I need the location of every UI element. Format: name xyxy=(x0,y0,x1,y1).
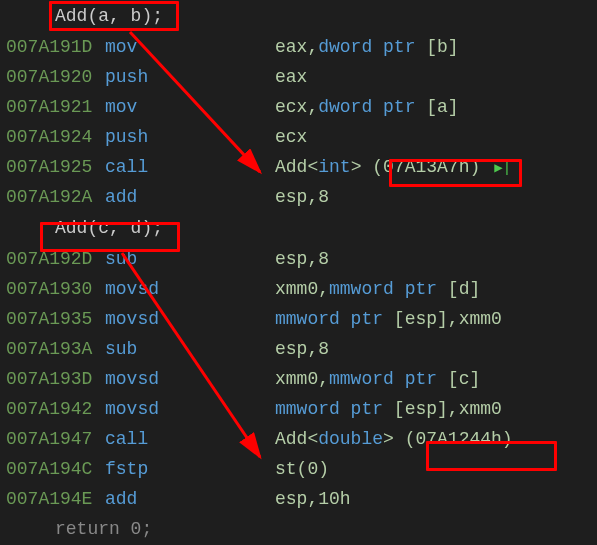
operands: Add<int> (07A13A7h)▶| xyxy=(275,157,597,177)
asm-line[interactable]: 007A1924pushecx xyxy=(0,122,597,152)
return-text: return 0; xyxy=(55,519,152,539)
source-line-add-ab: Add(a, b); xyxy=(0,0,597,32)
source-line-add-cd-text: Add(c, d); xyxy=(55,218,163,238)
mnemonic: call xyxy=(105,157,275,177)
asm-line[interactable]: 007A1930movsdxmm0,mmword ptr [d] xyxy=(0,274,597,304)
operands: eax xyxy=(275,67,597,87)
address: 007A1947 xyxy=(0,429,105,449)
mnemonic: call xyxy=(105,429,275,449)
operand-pre: esp,10h xyxy=(275,489,351,509)
address: 007A193A xyxy=(0,339,105,359)
mnemonic: movsd xyxy=(105,369,275,389)
operands: mmword ptr [esp],xmm0 xyxy=(275,399,597,419)
operands: xmm0,mmword ptr [c] xyxy=(275,369,597,389)
asm-line[interactable]: 007A192Dsubesp,8 xyxy=(0,244,597,274)
address: 007A194C xyxy=(0,459,105,479)
operand-post: > (07A13A7h) xyxy=(351,157,481,177)
mnemonic: movsd xyxy=(105,279,275,299)
operands: eax,dword ptr [b] xyxy=(275,37,597,57)
mnemonic: fstp xyxy=(105,459,275,479)
mnemonic: add xyxy=(105,489,275,509)
mnemonic: movsd xyxy=(105,399,275,419)
address: 007A194E xyxy=(0,489,105,509)
address: 007A191D xyxy=(0,37,105,57)
operand-keyword: dword ptr xyxy=(318,97,426,117)
operands: esp,10h xyxy=(275,489,597,509)
address: 007A192D xyxy=(0,249,105,269)
asm-line[interactable]: 007A194Cfstpst(0) xyxy=(0,454,597,484)
operand-keyword: int xyxy=(318,157,350,177)
operand-post: [esp],xmm0 xyxy=(394,399,502,419)
asm-line[interactable]: 007A1925callAdd<int> (07A13A7h)▶| xyxy=(0,152,597,182)
address: 007A1920 xyxy=(0,67,105,87)
operand-pre: esp,8 xyxy=(275,249,329,269)
operand-pre: esp,8 xyxy=(275,339,329,359)
address: 007A1924 xyxy=(0,127,105,147)
operands: esp,8 xyxy=(275,187,597,207)
address: 007A1921 xyxy=(0,97,105,117)
execution-pointer-icon: ▶| xyxy=(494,159,511,176)
operand-pre: xmm0, xyxy=(275,369,329,389)
mnemonic: sub xyxy=(105,339,275,359)
operand-post: [a] xyxy=(426,97,458,117)
operand-keyword: double xyxy=(318,429,383,449)
source-line-add-ab-text: Add(a, b); xyxy=(55,6,163,26)
operand-pre: esp,8 xyxy=(275,187,329,207)
operand-pre: eax xyxy=(275,67,307,87)
operands: st(0) xyxy=(275,459,597,479)
operand-post: [c] xyxy=(448,369,480,389)
operands: esp,8 xyxy=(275,249,597,269)
operand-pre: eax, xyxy=(275,37,318,57)
operands: ecx xyxy=(275,127,597,147)
operands: xmm0,mmword ptr [d] xyxy=(275,279,597,299)
operand-keyword: mmword ptr xyxy=(275,399,394,419)
operand-post: [esp],xmm0 xyxy=(394,309,502,329)
asm-line[interactable]: 007A192Aaddesp,8 xyxy=(0,182,597,212)
address: 007A193D xyxy=(0,369,105,389)
operand-pre: st(0) xyxy=(275,459,329,479)
mnemonic: sub xyxy=(105,249,275,269)
mnemonic: add xyxy=(105,187,275,207)
operand-pre: ecx, xyxy=(275,97,318,117)
operand-pre: xmm0, xyxy=(275,279,329,299)
asm-line[interactable]: 007A193Asubesp,8 xyxy=(0,334,597,364)
address: 007A192A xyxy=(0,187,105,207)
mnemonic: push xyxy=(105,67,275,87)
return-line: return 0; xyxy=(0,514,597,544)
operand-keyword: mmword ptr xyxy=(329,279,448,299)
operand-keyword: dword ptr xyxy=(318,37,426,57)
asm-line[interactable]: 007A1921movecx,dword ptr [a] xyxy=(0,92,597,122)
asm-line[interactable]: 007A191Dmoveax,dword ptr [b] xyxy=(0,32,597,62)
asm-line[interactable]: 007A1935movsdmmword ptr [esp],xmm0 xyxy=(0,304,597,334)
operands: ecx,dword ptr [a] xyxy=(275,97,597,117)
asm-line[interactable]: 007A194Eaddesp,10h xyxy=(0,484,597,514)
source-line-add-cd: Add(c, d); xyxy=(0,212,597,244)
operands: Add<double> (07A1244h) xyxy=(275,429,597,449)
address: 007A1935 xyxy=(0,309,105,329)
asm-line[interactable]: 007A1947callAdd<double> (07A1244h) xyxy=(0,424,597,454)
operand-pre: Add< xyxy=(275,157,318,177)
mnemonic: mov xyxy=(105,97,275,117)
operand-pre: ecx xyxy=(275,127,307,147)
operands: mmword ptr [esp],xmm0 xyxy=(275,309,597,329)
operand-keyword: mmword ptr xyxy=(275,309,394,329)
mnemonic: movsd xyxy=(105,309,275,329)
mnemonic: mov xyxy=(105,37,275,57)
asm-line[interactable]: 007A1942movsdmmword ptr [esp],xmm0 xyxy=(0,394,597,424)
mnemonic: push xyxy=(105,127,275,147)
operand-post: [b] xyxy=(426,37,458,57)
operand-post: > (07A1244h) xyxy=(383,429,513,449)
asm-line[interactable]: 007A193Dmovsdxmm0,mmword ptr [c] xyxy=(0,364,597,394)
address: 007A1942 xyxy=(0,399,105,419)
asm-line[interactable]: 007A1920pusheax xyxy=(0,62,597,92)
operand-keyword: mmword ptr xyxy=(329,369,448,389)
operands: esp,8 xyxy=(275,339,597,359)
address: 007A1930 xyxy=(0,279,105,299)
operand-post: [d] xyxy=(448,279,480,299)
operand-pre: Add< xyxy=(275,429,318,449)
address: 007A1925 xyxy=(0,157,105,177)
